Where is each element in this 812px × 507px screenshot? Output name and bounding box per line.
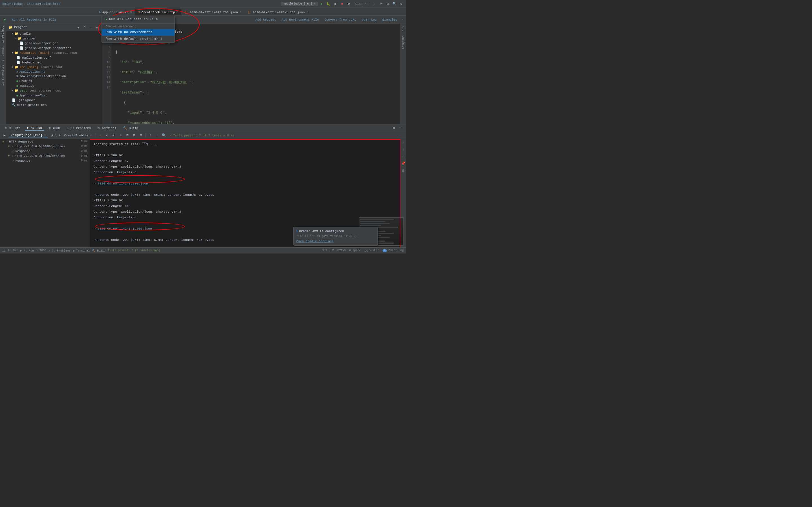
- problems-tab[interactable]: ⚠ 6: Problems: [64, 126, 93, 130]
- close-tab-icon[interactable]: ×: [240, 11, 241, 14]
- git-tab[interactable]: ⑨ 9: Git: [2, 126, 22, 130]
- tab-json-200[interactable]: {} 2020-09-05T114243.200.json ×: [181, 9, 245, 15]
- todo-status-label[interactable]: ≡ TODO: [36, 249, 46, 252]
- up-arrow-icon[interactable]: ↑: [147, 133, 153, 138]
- test-item-problem-1[interactable]: ▼ ✓ http://0.0.0.0:8080/problem 0 ms: [0, 144, 90, 149]
- pin-icon[interactable]: 📌: [401, 161, 406, 166]
- sync-icon[interactable]: ⊕: [76, 25, 81, 30]
- rerun-failed-icon[interactable]: ↺!: [111, 133, 117, 138]
- tree-item-gradle[interactable]: ▼ 📁 gradle: [6, 31, 102, 36]
- run-no-env-item[interactable]: Run with no environment: [102, 29, 174, 36]
- tree-item-apptest[interactable]: ◉ ApplicationTest: [6, 93, 102, 98]
- log-line-link-1: > 2020-09-05T114243.200.json: [94, 181, 397, 186]
- run-all-button[interactable]: Run All Requests in File: [11, 17, 57, 22]
- tree-item-testcase[interactable]: ◉ TestCase: [6, 83, 102, 88]
- collapse-all-icon[interactable]: ⊟: [138, 133, 144, 138]
- run-all-icon[interactable]: ▶: [2, 17, 7, 22]
- git-update-icon[interactable]: ↓: [371, 1, 377, 6]
- tree-item-gradle-props[interactable]: 📄 gradle-wrapper.properties: [6, 46, 102, 50]
- tree-item-resources[interactable]: ▼ 📁 resources [main] resources root: [6, 50, 102, 55]
- log-link-1[interactable]: 2020-09-05T114243.200.json: [98, 182, 148, 185]
- tree-item-wrapper[interactable]: ▼ 📁 wrapper: [6, 36, 102, 41]
- terminal-status-label[interactable]: ⊡ Terminal: [73, 249, 90, 252]
- tree-item-exception[interactable]: K IdAlreadyExistedException: [6, 74, 102, 78]
- git-status-label[interactable]: 9: Git: [8, 249, 18, 252]
- tree-item-application-kt[interactable]: K Application.kt: [6, 69, 102, 74]
- run-config-tab[interactable]: knightjudge [run] ×: [8, 133, 48, 137]
- settings-icon[interactable]: ⚙: [94, 25, 100, 30]
- add-env-button[interactable]: Add Environment File: [281, 17, 320, 22]
- close-tab-icon[interactable]: ×: [176, 11, 178, 14]
- scroll-up-icon[interactable]: ↑: [402, 140, 405, 145]
- run-status-label[interactable]: ▶ 4: Run: [20, 249, 34, 252]
- event-log[interactable]: 2 Event Log: [383, 249, 404, 252]
- run-config-selector[interactable]: knightjudge [run] ▾: [281, 2, 317, 6]
- file-icon: 📄: [12, 98, 16, 102]
- debug-button[interactable]: 🐛: [326, 1, 331, 6]
- open-log-button[interactable]: Open Log: [361, 17, 378, 22]
- all-in-create-tab[interactable]: All in CreateProblem ×: [49, 134, 94, 137]
- problems-status-label[interactable]: ⚠ 6: Problems: [49, 249, 70, 252]
- vertical-tab-commit[interactable]: 0: Commit: [1, 45, 5, 62]
- sort-icon[interactable]: ⇅: [118, 133, 123, 138]
- settings-gear-icon[interactable]: ⚙: [399, 1, 404, 6]
- test-item-response-1[interactable]: ✓ Response 0 ms: [0, 149, 90, 154]
- tree-item-build-gradle[interactable]: 🔧 build.gradle.kts: [6, 103, 102, 107]
- run-button[interactable]: ▶: [319, 1, 324, 6]
- settings-panel-icon[interactable]: ⚙: [391, 126, 396, 131]
- coverage-button[interactable]: ◉: [333, 1, 338, 6]
- wrap-icon[interactable]: ⇄: [402, 154, 405, 159]
- minimize-panel-icon[interactable]: —: [399, 126, 404, 131]
- vertical-tab-project[interactable]: 1: Project: [1, 25, 5, 44]
- test-item-problem-2[interactable]: ▼ ✓ http://0.0.0.0:8080/problem 0 ms: [0, 154, 90, 158]
- todo-tab[interactable]: ≡ TODO: [47, 126, 62, 130]
- settings-icon: ⚙: [346, 1, 351, 6]
- terminal-tab[interactable]: ⊡ Terminal: [96, 126, 119, 130]
- scroll-down-icon[interactable]: ↓: [402, 147, 405, 152]
- build-tab[interactable]: 🔨 Build: [121, 126, 141, 130]
- stop-button[interactable]: ■: [340, 1, 345, 6]
- maximize-icon[interactable]: ⊡: [385, 1, 390, 6]
- database-label[interactable]: Database: [401, 33, 405, 51]
- examples-button[interactable]: Examples: [381, 17, 398, 22]
- tree-item-app-conf[interactable]: 📄 application.conf: [6, 55, 102, 60]
- convert-curl-button[interactable]: Convert from cURL: [323, 17, 357, 22]
- undo-icon[interactable]: ↩: [378, 1, 384, 6]
- tree-item-problem[interactable]: ◉ Problem: [6, 78, 102, 83]
- run-all-requests-item[interactable]: ▶ Run All Requests in File: [102, 16, 174, 23]
- search-everywhere-icon[interactable]: 🔍: [392, 1, 397, 6]
- filter-icon[interactable]: ⊟: [124, 133, 130, 138]
- log-link-2[interactable]: 2020-09-05T114243-1.200.json: [98, 227, 152, 230]
- trash-icon[interactable]: 🗑: [401, 168, 406, 173]
- close-run-tab[interactable]: ×: [44, 134, 45, 136]
- tree-item-gradle-jar[interactable]: 📄 gradle-wrapper.jar: [6, 41, 102, 46]
- test-item-response-2[interactable]: ✓ Response 0 ms: [0, 158, 90, 163]
- close-tab-icon[interactable]: ×: [130, 11, 132, 14]
- collapse-icon[interactable]: ≡: [82, 25, 87, 30]
- vertical-tab-favorites[interactable]: 2: Favorites: [1, 64, 5, 86]
- ant-label[interactable]: Ant: [401, 24, 405, 33]
- close-all-tab[interactable]: ×: [90, 134, 92, 137]
- search-icon[interactable]: 🔍: [161, 133, 167, 138]
- run-default-env-item[interactable]: Run with default environment: [102, 36, 174, 43]
- tree-item-logback[interactable]: 📄 logback.xml: [6, 60, 102, 65]
- close-tab-icon[interactable]: ×: [306, 11, 308, 14]
- tree-item-gitignore[interactable]: 📄 .gitignore: [6, 98, 102, 103]
- tree-item-test[interactable]: ▼ 📁 test test sources root: [6, 88, 102, 93]
- expand-all-icon[interactable]: ⊞: [132, 133, 137, 138]
- tab-application-kt[interactable]: K Application.kt ×: [96, 9, 135, 15]
- test-time: 0 ms: [81, 150, 88, 153]
- tab-json-1-200[interactable]: {} 2020-09-05T114243-1.200.json ×: [245, 9, 311, 15]
- run-toolbar-btn[interactable]: ▶: [2, 133, 7, 138]
- test-item-http-requests[interactable]: ▼ ✓ HTTP Requests 0 ms: [0, 139, 90, 144]
- add-request-button[interactable]: Add Request: [254, 17, 277, 22]
- open-gradle-settings-link[interactable]: Open Gradle Settings: [296, 240, 334, 243]
- rerun-icon[interactable]: ↺: [104, 133, 110, 138]
- minus-icon[interactable]: −: [88, 25, 93, 30]
- down-arrow-icon[interactable]: ↓: [154, 133, 160, 138]
- run-tab[interactable]: ▶ 4: Run: [25, 125, 44, 131]
- tree-item-src[interactable]: ▼ 📁 src [main] sources root: [6, 65, 102, 69]
- tab-create-problem-http[interactable]: H CreateProblem.http ×: [135, 9, 181, 15]
- xml-icon: 📄: [16, 61, 20, 64]
- build-status-label[interactable]: 🔨 Build: [92, 249, 105, 252]
